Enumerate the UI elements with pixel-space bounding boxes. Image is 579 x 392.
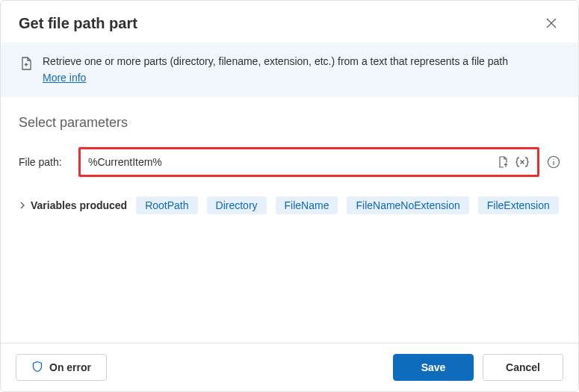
more-info-link[interactable]: More info [43, 71, 86, 86]
variable-pill[interactable]: FileNameNoExtension [347, 196, 468, 214]
svg-point-6 [553, 159, 554, 160]
variables-label: Variables produced [31, 199, 127, 211]
close-icon [546, 18, 557, 28]
file-icon [19, 56, 34, 73]
variable-pill[interactable]: Directory [207, 196, 267, 214]
dialog-header: Get file path part [1, 1, 578, 43]
banner-text: Retrieve one or more parts (directory, f… [43, 55, 508, 85]
variable-pill[interactable]: RootPath [136, 196, 197, 214]
file-picker-icon[interactable] [497, 155, 510, 169]
dialog: Get file path part Retrieve one or more … [0, 0, 579, 392]
file-path-input[interactable]: %CurrentItem% [78, 147, 539, 177]
file-path-value: %CurrentItem% [88, 156, 492, 168]
info-banner: Retrieve one or more parts (directory, f… [1, 43, 578, 97]
variable-pill[interactable]: FileName [276, 196, 338, 214]
variables-toggle[interactable]: Variables produced [19, 199, 127, 211]
on-error-button[interactable]: On error [16, 354, 107, 381]
file-path-row: File path: %CurrentItem% [19, 147, 560, 177]
on-error-label: On error [49, 361, 91, 373]
cancel-button[interactable]: Cancel [483, 354, 563, 381]
variable-picker-icon[interactable] [515, 155, 530, 169]
file-path-label: File path: [19, 156, 71, 168]
variables-row: Variables produced RootPath Directory Fi… [19, 196, 560, 214]
section-title: Select parameters [19, 115, 560, 131]
save-button[interactable]: Save [393, 354, 474, 381]
dialog-body: Select parameters File path: %CurrentIte… [1, 97, 578, 343]
footer-actions: Save Cancel [393, 354, 563, 381]
dialog-title: Get file path part [19, 15, 137, 32]
info-icon[interactable] [547, 155, 560, 169]
dialog-footer: On error Save Cancel [1, 343, 578, 391]
variable-pill[interactable]: FileExtension [478, 196, 559, 214]
shield-icon [31, 361, 43, 375]
chevron-right-icon [19, 202, 26, 209]
close-button[interactable] [542, 14, 560, 32]
banner-description: Retrieve one or more parts (directory, f… [43, 55, 508, 67]
